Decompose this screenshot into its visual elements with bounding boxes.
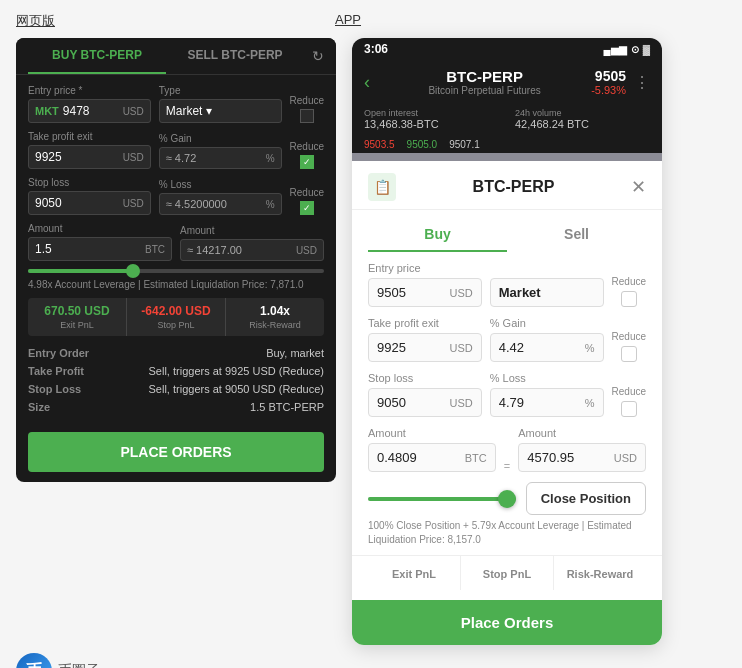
web-loss-input[interactable]: ≈ 4.5200000 % — [159, 193, 282, 215]
web-exit-pnl-label: Exit PnL — [36, 320, 118, 330]
mobile-info-text: 100% Close Position + 5.79x Account Leve… — [368, 519, 646, 547]
mobile-gain-field: % Gain 4.42 % — [490, 317, 604, 362]
web-risk-reward-value: 1.04x — [234, 304, 316, 318]
mobile-gain-input[interactable]: 4.42 % — [490, 333, 604, 362]
modal-title: BTC-PERP — [396, 178, 631, 196]
web-stop-loss-row: Stop Loss Sell, triggers at 9050 USD (Re… — [28, 380, 324, 398]
mobile-modal: 📋 BTC-PERP ✕ Buy Sell Entry price 9505 — [352, 161, 662, 645]
web-tp-input[interactable]: 9925 USD — [28, 145, 151, 169]
web-tp-reduce-checkbox[interactable] — [300, 155, 314, 169]
web-amount2-input[interactable]: ≈ 14217.00 USD — [180, 239, 324, 261]
mobile-tp-input[interactable]: 9925 USD — [368, 333, 482, 362]
web-tp-reduce-area: Reduce — [290, 141, 324, 169]
web-exit-pnl-value: 670.50 USD — [36, 304, 118, 318]
web-amount2-currency: USD — [296, 245, 317, 256]
mobile-amount-input[interactable]: 0.4809 BTC — [368, 443, 496, 472]
web-reduce-checkbox[interactable] — [300, 109, 314, 123]
orderbook-mid: 9505.0 — [407, 139, 438, 150]
web-stop-pnl-label: Stop PnL — [135, 320, 217, 330]
web-stop-pnl-value: -642.00 USD — [135, 304, 217, 318]
mobile-entry-type-field: Market — [490, 262, 604, 307]
web-gain-unit: % — [266, 153, 275, 164]
web-amount-input[interactable]: 1.5 BTC — [28, 237, 172, 261]
mobile-amount-row: Amount 0.4809 BTC = Amount 4570.95 US — [368, 427, 646, 472]
web-take-profit-key: Take Profit — [28, 365, 84, 377]
close-position-button[interactable]: Close Position — [526, 482, 646, 515]
web-entry-value: 9478 — [63, 104, 123, 118]
web-entry-label: Entry price * — [28, 85, 151, 96]
wifi-icon: ⊙ — [631, 44, 639, 55]
mobile-loss-input[interactable]: 4.79 % — [490, 388, 604, 417]
mobile-orderbook-strip: 9503.5 9505.0 9507.1 — [352, 136, 662, 153]
web-entry-input[interactable]: MKT 9478 USD — [28, 99, 151, 123]
clipboard-icon: 📋 — [374, 179, 391, 195]
web-sl-reduce-checkbox[interactable] — [300, 201, 314, 215]
web-exit-pnl-cell: 670.50 USD Exit PnL — [28, 298, 127, 336]
mobile-price-area: 9505 -5.93% — [591, 68, 626, 96]
mobile-risk-reward-label: Risk-Reward — [567, 568, 634, 580]
mobile-entry-input[interactable]: 9505 USD — [368, 278, 482, 307]
web-amount-slider[interactable] — [28, 269, 324, 273]
mobile-entry-reduce-checkbox[interactable] — [621, 291, 637, 307]
mobile-sl-reduce-area: Reduce — [612, 386, 646, 417]
web-entry-order-val: Buy, market — [266, 347, 324, 359]
mobile-slider-row: Close Position — [368, 482, 646, 515]
mobile-sl-currency: USD — [450, 397, 473, 409]
mobile-amount-slider[interactable] — [368, 497, 516, 501]
web-take-profit-row: Take Profit Sell, triggers at 9925 USD (… — [28, 362, 324, 380]
web-size-key: Size — [28, 401, 50, 413]
mobile-entry-field: Entry price 9505 USD — [368, 262, 482, 307]
web-gain-label: % Gain — [159, 133, 282, 144]
web-sl-input[interactable]: 9050 USD — [28, 191, 151, 215]
mobile-panel: 3:06 ▄▅▆ ⊙ ▓ ‹ BTC-PERP Bitcoin Perpetua… — [352, 38, 662, 645]
refresh-icon[interactable]: ↻ — [312, 48, 324, 64]
tab-buy-btcperp[interactable]: BUY BTC-PERP — [28, 38, 166, 74]
modal-close-button[interactable]: ✕ — [631, 176, 646, 198]
web-tp-label: Take profit exit — [28, 131, 151, 142]
web-entry-order-row: Entry Order Buy, market — [28, 344, 324, 362]
web-type-field: Type Market ▾ — [159, 85, 282, 123]
web-label[interactable]: 网页版 — [16, 12, 55, 30]
web-loss-value: ≈ 4.5200000 — [166, 198, 266, 210]
web-gain-field: % Gain ≈ 4.72 % — [159, 133, 282, 169]
orderbook-ask: 9507.1 — [449, 139, 480, 150]
mobile-tp-currency: USD — [450, 342, 473, 354]
web-amount-field: Amount 1.5 BTC — [28, 223, 172, 261]
web-entry-field: Entry price * MKT 9478 USD — [28, 85, 151, 123]
app-label[interactable]: APP — [335, 12, 361, 30]
back-button[interactable]: ‹ — [364, 72, 370, 93]
web-sl-currency: USD — [123, 198, 144, 209]
mobile-amount2-input[interactable]: 4570.95 USD — [518, 443, 646, 472]
more-options-icon[interactable]: ⋮ — [634, 73, 650, 92]
web-amount-label: Amount — [28, 223, 172, 234]
web-reduce-area: Reduce — [290, 95, 324, 123]
mobile-volume-stat: 24h volume 42,468.24 BTC — [515, 108, 650, 130]
web-sl-reduce-area: Reduce — [290, 187, 324, 215]
mobile-price: 9505 — [591, 68, 626, 84]
mobile-loss-field: % Loss 4.79 % — [490, 372, 604, 417]
mobile-sl-input[interactable]: 9050 USD — [368, 388, 482, 417]
web-size-val: 1.5 BTC-PERP — [250, 401, 324, 413]
web-place-orders-button[interactable]: PLACE ORDERS — [28, 432, 324, 472]
tab-sell-btcperp[interactable]: SELL BTC-PERP — [166, 38, 304, 74]
mobile-place-orders-button[interactable]: Place Orders — [352, 600, 662, 645]
modal-tab-buy[interactable]: Buy — [368, 218, 507, 252]
web-gain-input[interactable]: ≈ 4.72 % — [159, 147, 282, 169]
mobile-risk-reward-cell: Risk-Reward — [554, 556, 646, 590]
web-size-row: Size 1.5 BTC-PERP — [28, 398, 324, 416]
web-entry-prefix: MKT — [35, 105, 59, 117]
web-tp-reduce-label: Reduce — [290, 141, 324, 152]
mobile-amount-label: Amount — [368, 427, 496, 439]
mobile-open-interest-value: 13,468.38-BTC — [364, 118, 499, 130]
mobile-change: -5.93% — [591, 84, 626, 96]
modal-tab-sell[interactable]: Sell — [507, 218, 646, 252]
mobile-tp-reduce-checkbox[interactable] — [621, 346, 637, 362]
web-take-profit-val: Sell, triggers at 9925 USD (Reduce) — [149, 365, 324, 377]
web-stop-loss-val: Sell, triggers at 9050 USD (Reduce) — [149, 383, 324, 395]
web-sl-reduce-label: Reduce — [290, 187, 324, 198]
mobile-sl-reduce-checkbox[interactable] — [621, 401, 637, 417]
web-type-select[interactable]: Market ▾ — [159, 99, 282, 123]
web-sl-label: Stop loss — [28, 177, 151, 188]
web-risk-reward-cell: 1.04x Risk-Reward — [226, 298, 324, 336]
mobile-entry-type-select[interactable]: Market — [490, 278, 604, 307]
